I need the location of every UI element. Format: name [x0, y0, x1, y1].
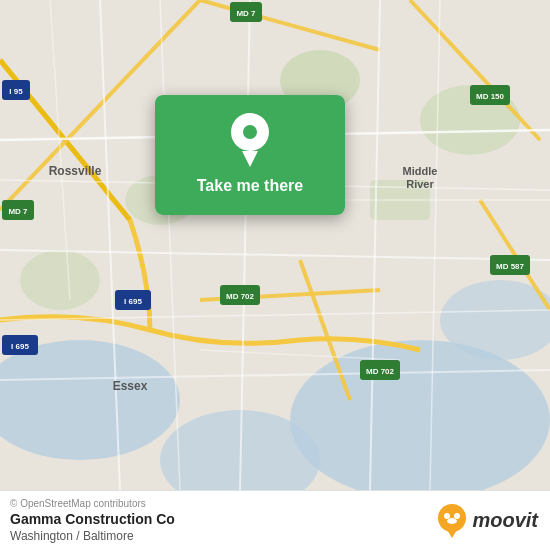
svg-text:MD 702: MD 702: [366, 367, 395, 376]
svg-text:MD 587: MD 587: [496, 262, 525, 271]
svg-text:MD 150: MD 150: [476, 92, 505, 101]
svg-point-55: [454, 513, 460, 519]
moovit-pin-icon: [436, 502, 468, 540]
take-me-there-button[interactable]: Take me there: [155, 167, 345, 201]
footer-bar: © OpenStreetMap contributors Gamma Const…: [0, 490, 550, 550]
svg-text:I 95: I 95: [9, 87, 23, 96]
location-subtitle: Washington / Baltimore: [10, 529, 175, 543]
svg-point-9: [20, 250, 100, 310]
svg-text:Rossville: Rossville: [49, 164, 102, 178]
svg-text:MD 7: MD 7: [236, 9, 256, 18]
svg-text:I 695: I 695: [124, 297, 142, 306]
svg-marker-57: [446, 528, 458, 538]
map-container: I 95 MD 7 MD 7 MD 150 MD 587 I 695 I 695…: [0, 0, 550, 490]
popup-card: Take me there: [155, 95, 345, 215]
moovit-logo: moovit: [436, 502, 538, 540]
popup-green-area: Take me there: [155, 95, 345, 215]
moovit-text: moovit: [472, 509, 538, 532]
svg-text:Essex: Essex: [113, 379, 148, 393]
svg-text:River: River: [406, 178, 434, 190]
copyright-text: © OpenStreetMap contributors: [10, 498, 175, 509]
svg-text:I 695: I 695: [11, 342, 29, 351]
svg-point-56: [447, 518, 457, 524]
footer-left: © OpenStreetMap contributors Gamma Const…: [10, 498, 175, 543]
svg-text:MD 702: MD 702: [226, 292, 255, 301]
svg-point-54: [444, 513, 450, 519]
location-title: Gamma Construction Co: [10, 511, 175, 527]
svg-text:Middle: Middle: [403, 165, 438, 177]
svg-text:MD 7: MD 7: [8, 207, 28, 216]
